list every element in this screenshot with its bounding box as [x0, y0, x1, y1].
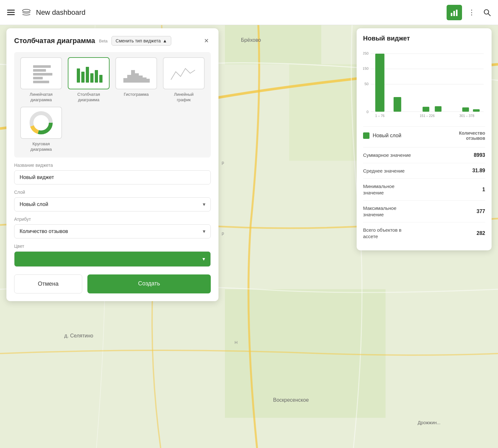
bottom-buttons: Отмена Создать — [14, 274, 211, 293]
svg-rect-39 — [33, 77, 43, 79]
change-type-button[interactable]: Сменить тип виджета ▲ — [111, 36, 171, 46]
chart-type-bar-horizontal[interactable]: Линейчатаядиаграмма — [19, 57, 63, 103]
svg-text:50: 50 — [364, 82, 369, 86]
svg-rect-49 — [131, 70, 135, 83]
svg-line-35 — [488, 13, 490, 16]
chart-type-pie[interactable]: Круговаядиаграмма — [19, 107, 63, 152]
svg-point-30 — [22, 9, 30, 12]
chart-type-label-pie: Круговаядиаграмма — [31, 141, 52, 152]
layers-icon[interactable] — [21, 7, 32, 18]
svg-rect-43 — [86, 67, 89, 83]
legend-color-swatch — [363, 132, 369, 139]
svg-rect-36 — [33, 65, 51, 68]
svg-rect-68 — [435, 106, 441, 112]
chart-type-label-histogram: Гистограмма — [124, 92, 148, 97]
stats-value-total-objects: 282 — [476, 230, 485, 236]
svg-text:301 – 378: 301 – 378 — [459, 114, 475, 118]
svg-text:Воскресенское: Воскресенское — [273, 397, 309, 403]
widget-name-label: Название виджета — [14, 163, 211, 168]
attribute-value: Количество отзывов — [20, 228, 68, 234]
svg-rect-27 — [7, 10, 15, 11]
svg-text:д. Селятино: д. Селятино — [64, 333, 93, 338]
widget-preview-panel: Новый виджет 250 150 50 0 — [357, 28, 492, 250]
legend-left: Новый слой — [363, 132, 401, 139]
widget-preview-title: Новый виджет — [363, 35, 485, 42]
svg-text:Н: Н — [235, 340, 237, 345]
chart-button[interactable] — [447, 5, 462, 20]
chart-type-preview-histogram — [115, 57, 157, 89]
chart-type-histogram[interactable]: Гистограмма — [114, 57, 158, 103]
color-select-arrow: ▼ — [201, 256, 206, 262]
svg-rect-52 — [143, 77, 147, 83]
attribute-select[interactable]: Количество отзывов — [14, 224, 211, 238]
layer-label: Слой — [14, 190, 211, 195]
svg-rect-67 — [422, 107, 429, 112]
svg-rect-66 — [394, 97, 401, 112]
widget-name-input[interactable] — [14, 170, 211, 184]
svg-text:Дрожжин...: Дрожжин... — [418, 420, 440, 425]
chart-type-preview-vertical — [68, 57, 110, 89]
create-button[interactable]: Создать — [87, 274, 211, 293]
svg-rect-70 — [473, 109, 480, 112]
search-icon[interactable] — [481, 7, 493, 18]
cancel-button[interactable]: Отмена — [14, 274, 82, 293]
svg-rect-50 — [135, 73, 139, 83]
chart-type-bar-vertical[interactable]: Столбчатаядиаграмма — [67, 57, 111, 103]
svg-text:0: 0 — [367, 110, 369, 114]
panel-title: Столбчатая диаграмма — [14, 37, 95, 45]
svg-rect-47 — [123, 78, 127, 83]
svg-text:Брёхово: Брёхово — [241, 37, 261, 43]
chart-config-panel: Столбчатая диаграмма Beta Сменить тип ви… — [6, 28, 218, 301]
svg-rect-48 — [127, 75, 131, 83]
panel-header: Столбчатая диаграмма Beta Сменить тип ви… — [14, 36, 211, 46]
svg-rect-44 — [90, 73, 93, 83]
svg-rect-38 — [33, 73, 52, 76]
legend-layer-name: Новый слой — [373, 133, 401, 139]
svg-rect-69 — [462, 107, 469, 112]
svg-text:1 – 76: 1 – 76 — [375, 114, 385, 118]
legend-attr-name: Количествоотзывов — [459, 130, 485, 141]
chart-type-preview-line — [163, 57, 205, 89]
svg-rect-41 — [77, 68, 80, 83]
toolbar: New dashboard ⋮ — [0, 0, 498, 25]
stats-row-total: Суммарное значение 8993 — [363, 147, 485, 163]
chart-legend-row: Новый слой Количествоотзывов — [363, 126, 485, 145]
svg-rect-53 — [147, 79, 150, 83]
svg-rect-31 — [451, 13, 452, 16]
stats-label-total: Суммарное значение — [363, 152, 411, 158]
beta-badge: Beta — [99, 39, 108, 43]
stats-row-max: Максимальноезначение 377 — [363, 200, 485, 222]
svg-text:р: р — [222, 231, 224, 236]
color-label: Цвет — [14, 244, 211, 249]
svg-rect-42 — [81, 72, 84, 83]
stats-table: Суммарное значение 8993 Среднее значение… — [363, 147, 485, 244]
svg-rect-37 — [33, 69, 46, 72]
layer-select[interactable]: Новый слой — [14, 197, 211, 211]
menu-icon[interactable] — [5, 7, 17, 18]
stats-label-total-objects: Всего объектов вассете — [363, 227, 402, 239]
more-options-icon[interactable]: ⋮ — [466, 7, 477, 18]
svg-rect-28 — [7, 12, 15, 13]
stats-value-avg: 31.89 — [472, 168, 485, 174]
chart-type-label-horizontal: Линейчатаядиаграмма — [30, 92, 52, 103]
stats-row-avg: Среднее значение 31.89 — [363, 163, 485, 179]
stats-row-min: Минимальноезначение 1 — [363, 178, 485, 200]
svg-rect-29 — [7, 14, 15, 15]
chart-type-line[interactable]: Линейныйграфик — [162, 57, 206, 103]
color-select[interactable]: ▼ — [14, 251, 211, 267]
attribute-label: Атрибут — [14, 217, 211, 222]
widget-chart: 250 150 50 0 1 – 76 151 – 226 — [363, 47, 485, 121]
svg-text:р: р — [222, 160, 224, 165]
chart-type-label-line: Линейныйграфик — [174, 92, 193, 103]
svg-rect-45 — [95, 70, 98, 83]
chart-type-preview-pie — [20, 107, 62, 139]
change-type-arrow: ▲ — [163, 38, 167, 43]
svg-rect-32 — [453, 11, 455, 16]
stats-value-max: 377 — [476, 209, 485, 214]
svg-rect-51 — [139, 76, 143, 83]
stats-value-total: 8993 — [474, 152, 485, 158]
close-button[interactable]: ✕ — [202, 36, 211, 45]
layer-select-wrapper: Новый слой ▼ — [14, 197, 211, 211]
svg-rect-40 — [33, 81, 49, 83]
stats-label-min: Минимальноезначение — [363, 183, 395, 196]
